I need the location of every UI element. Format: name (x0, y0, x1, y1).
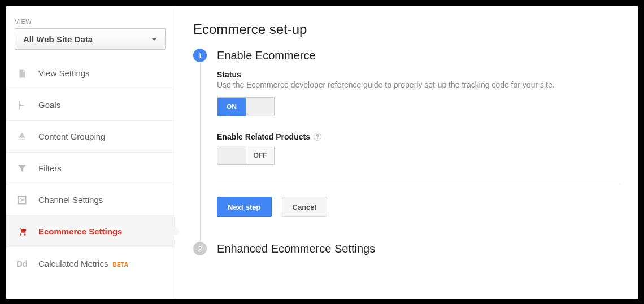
beta-badge: BETA (113, 262, 129, 268)
flag-icon (16, 99, 28, 111)
main-content: Ecommerce set-up 1 Enable Ecommerce Stat… (175, 6, 638, 299)
step-1-header: 1 Enable Ecommerce (193, 49, 620, 62)
nav-label: Goals (38, 100, 60, 110)
view-selector[interactable]: All Web Site Data (15, 28, 166, 50)
step-2-title: Enhanced Ecommerce Settings (217, 242, 375, 255)
page-icon (16, 67, 28, 80)
toggle-blank (246, 98, 274, 116)
funnel-icon (16, 162, 28, 175)
cart-icon (16, 225, 28, 238)
nav-label: Content Grouping (38, 132, 105, 141)
related-products-section: Enable Related Products ? OFF (217, 132, 620, 167)
sidebar-item-view-settings[interactable]: View Settings (6, 58, 175, 89)
toggle-on-label: ON (217, 98, 246, 116)
next-step-button[interactable]: Next step (217, 197, 272, 217)
app-window: VIEW All Web Site Data View Settings Goa… (6, 6, 638, 299)
content-icon (16, 131, 28, 143)
sidebar-item-goals[interactable]: Goals (6, 89, 175, 121)
sidebar-item-content-grouping[interactable]: Content Grouping (6, 121, 175, 153)
related-products-text: Enable Related Products (217, 132, 310, 141)
sidebar-item-channel-settings[interactable]: Channel Settings (6, 184, 175, 216)
related-products-label: Enable Related Products ? (217, 132, 620, 141)
view-selector-text: All Web Site Data (23, 34, 93, 44)
nav-label: Channel Settings (38, 195, 103, 205)
status-toggle[interactable]: ON (217, 97, 275, 116)
step-1-buttons: Next step Cancel (217, 197, 620, 217)
status-help-text: Use the Ecommerce developer reference gu… (217, 80, 620, 89)
divider (217, 184, 620, 184)
sidebar-item-ecommerce-settings[interactable]: Ecommerce Settings (6, 216, 175, 247)
step-connector-line (200, 63, 201, 246)
page-title: Ecommerce set-up (193, 21, 620, 37)
step-number-1: 1 (193, 49, 207, 62)
sidebar-item-calculated-metrics[interactable]: Dd Calculated Metrics BETA (6, 247, 175, 279)
nav-label: Ecommerce Settings (38, 227, 122, 236)
help-icon[interactable]: ? (314, 133, 321, 141)
cancel-button[interactable]: Cancel (282, 197, 328, 217)
related-products-toggle[interactable]: OFF (217, 146, 275, 165)
step-1-title: Enable Ecommerce (217, 49, 316, 62)
caret-down-icon (151, 38, 157, 41)
view-label: VIEW (6, 18, 175, 28)
toggle-blank (217, 146, 246, 164)
status-label: Status (217, 70, 620, 79)
nav-label: Filters (38, 163, 62, 173)
sidebar: VIEW All Web Site Data View Settings Goa… (6, 6, 175, 299)
step-1-body: Status Use the Ecommerce developer refer… (209, 70, 620, 228)
dd-icon: Dd (16, 257, 28, 270)
toggle-off-label: OFF (246, 146, 274, 164)
step-number-2: 2 (193, 242, 207, 255)
channel-icon (16, 194, 28, 206)
nav-label: Calculated Metrics (38, 259, 108, 268)
steps-container: 1 Enable Ecommerce Status Use the Ecomme… (193, 49, 620, 255)
nav-label: View Settings (38, 68, 90, 78)
step-2-header: 2 Enhanced Ecommerce Settings (193, 242, 620, 255)
sidebar-item-filters[interactable]: Filters (6, 153, 175, 184)
